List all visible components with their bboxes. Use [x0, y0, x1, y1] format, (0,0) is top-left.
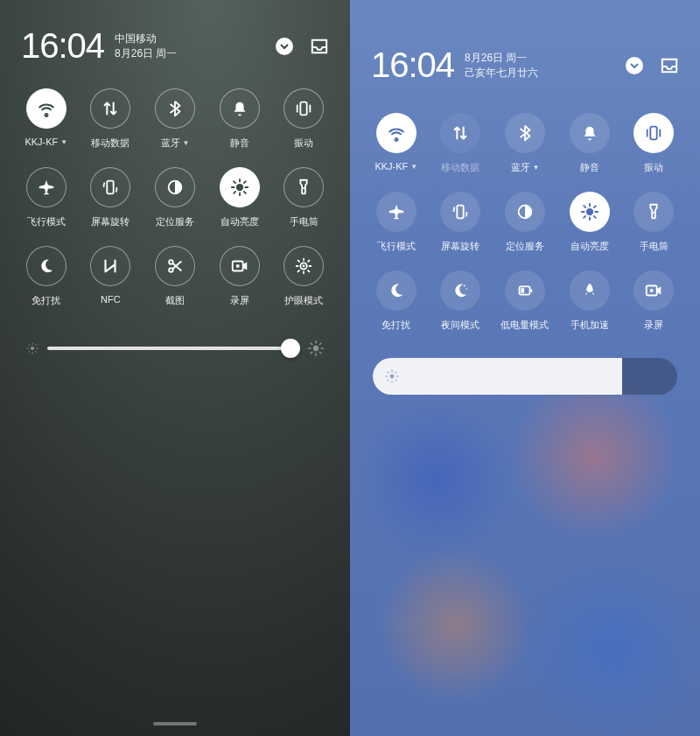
qs-toggle-record[interactable]: 录屏 [621, 270, 686, 332]
data-icon [440, 113, 480, 153]
moon-icon [376, 270, 416, 311]
qs-toggle-data[interactable]: 移动数据 [79, 88, 144, 150]
moon-icon [26, 246, 66, 286]
qs-toggle-flashlight[interactable]: 手电筒 [621, 192, 686, 253]
qs-toggle-data[interactable]: 移动数据 [429, 113, 494, 174]
qs-toggle-label: 定位服务 [506, 240, 544, 253]
qs-toggle-rotate[interactable]: 屏幕旋转 [429, 192, 494, 253]
qs-toggle-label: 静音 [230, 137, 249, 150]
qs-toggle-brightauto[interactable]: 自动亮度 [557, 192, 622, 253]
airplane-icon [26, 167, 66, 207]
qs-toggle-label: NFC [101, 294, 121, 305]
qs-toggle-wifi[interactable]: KKJ-KF▼ [364, 113, 429, 174]
header-actions [625, 56, 679, 75]
qs-toggle-moon[interactable]: 免打扰 [14, 246, 79, 307]
dropdown-caret-icon: ▼ [183, 139, 190, 147]
eyecare-icon [284, 246, 324, 286]
qs-toggle-label: 蓝牙▼ [511, 161, 540, 174]
qs-toggle-label: 低电量模式 [500, 319, 549, 332]
data-icon [90, 88, 130, 129]
date-label: 8月26日 周一 [115, 46, 275, 60]
qs-toggle-vibrate[interactable]: 振动 [271, 88, 336, 150]
date-block: 8月26日 周一 己亥年七月廿六 [465, 51, 625, 79]
airplane-icon [376, 192, 416, 232]
bluetooth-icon [155, 88, 195, 129]
status-bar: 16:04 8月26日 周一 己亥年七月廿六 [350, 0, 700, 95]
qs-toggle-label: 免打扰 [382, 319, 410, 332]
qs-toggle-label: 移动数据 [91, 137, 130, 150]
svg-line-8 [35, 344, 36, 345]
qs-toggle-eyecare[interactable]: 护眼模式 [271, 246, 336, 307]
inbox-button[interactable] [660, 56, 679, 75]
qs-toggle-bell[interactable]: 静音 [207, 88, 272, 150]
location-icon [155, 167, 195, 207]
qs-toggle-flashlight[interactable]: 手电筒 [271, 167, 336, 228]
brightness-slider[interactable] [373, 358, 677, 395]
svg-point-18 [390, 375, 395, 379]
quick-settings-grid: KKJ-KF▼移动数据蓝牙▼静音振动飞行模式屏幕旋转定位服务自动亮度手电筒免打扰… [350, 95, 700, 339]
qs-toggle-label: 夜间模式 [441, 319, 480, 332]
qs-toggle-battery[interactable]: 低电量模式 [493, 270, 557, 332]
expand-button[interactable] [625, 56, 644, 75]
qs-toggle-bell[interactable]: 静音 [557, 113, 622, 174]
qs-toggle-bluetooth[interactable]: 蓝牙▼ [493, 113, 557, 174]
nfc-icon [90, 246, 130, 286]
qs-toggle-moon[interactable]: 免打扰 [364, 270, 429, 332]
inbox-button[interactable] [310, 37, 329, 56]
qs-toggle-airplane[interactable]: 飞行模式 [364, 192, 429, 253]
qs-toggle-label: 振动 [644, 161, 663, 174]
carrier-label: 中国移动 [115, 32, 275, 46]
svg-line-16 [311, 352, 312, 354]
qs-toggle-location[interactable]: 定位服务 [493, 192, 557, 253]
inbox-icon [660, 57, 679, 74]
brightness-high-icon [308, 340, 324, 356]
rocket-icon [570, 270, 610, 311]
qs-toggle-airplane[interactable]: 飞行模式 [14, 167, 79, 228]
qs-toggle-label: 免打扰 [32, 294, 60, 307]
date-label: 8月26日 周一 [465, 51, 625, 65]
svg-line-14 [311, 343, 312, 345]
qs-toggle-label: 定位服务 [156, 215, 194, 228]
dropdown-caret-icon: ▼ [60, 138, 67, 146]
bluetooth-icon [505, 113, 545, 153]
home-indicator[interactable] [153, 722, 197, 725]
qs-toggle-label: 手电筒 [640, 240, 668, 253]
dropdown-caret-icon: ▼ [533, 164, 540, 172]
brightauto-icon [570, 192, 610, 232]
qs-toggle-bluetooth[interactable]: 蓝牙▼ [143, 88, 207, 150]
brightness-low-icon [385, 369, 399, 383]
qs-toggle-rotate[interactable]: 屏幕旋转 [79, 167, 144, 228]
svg-line-7 [28, 351, 29, 352]
qs-toggle-brightauto[interactable]: 自动亮度 [207, 167, 272, 228]
qs-toggle-vibrate[interactable]: 振动 [621, 113, 686, 174]
brightness-slider[interactable] [47, 347, 299, 350]
qs-toggle-record[interactable]: 录屏 [207, 246, 272, 307]
qs-toggle-label: 静音 [580, 161, 599, 174]
qs-toggle-label: 录屏 [644, 319, 663, 332]
bell-icon [570, 113, 610, 153]
chevron-down-icon [276, 38, 293, 55]
qs-toggle-night[interactable]: 夜间模式 [429, 270, 494, 332]
qs-toggle-nfc[interactable]: NFC [79, 246, 144, 307]
date-block: 中国移动 8月26日 周一 [115, 32, 275, 60]
qs-toggle-scissors[interactable]: 截图 [143, 246, 207, 307]
vibrate-icon [284, 88, 324, 129]
flashlight-icon [634, 192, 674, 232]
quick-settings-grid: KKJ-KF▼移动数据蓝牙▼静音振动飞行模式屏幕旋转定位服务自动亮度手电筒免打扰… [0, 76, 350, 314]
qs-toggle-label: 屏幕旋转 [441, 240, 480, 253]
qs-toggle-wifi[interactable]: KKJ-KF▼ [14, 88, 79, 150]
wifi-icon [376, 113, 416, 153]
status-bar: 16:04 中国移动 8月26日 周一 [0, 0, 350, 76]
svg-line-17 [319, 343, 321, 345]
qs-toggle-location[interactable]: 定位服务 [143, 167, 207, 228]
qs-toggle-rocket[interactable]: 手机加速 [557, 270, 622, 332]
scissors-icon [155, 246, 195, 286]
qs-toggle-label: 移动数据 [441, 161, 480, 174]
expand-button[interactable] [275, 37, 294, 56]
qs-toggle-label: 录屏 [230, 294, 249, 307]
qs-toggle-label: KKJ-KF▼ [374, 161, 417, 172]
vibrate-icon [634, 113, 674, 153]
qs-toggle-label: KKJ-KF▼ [24, 137, 67, 147]
qs-toggle-label: 飞行模式 [27, 215, 66, 228]
qs-toggle-label: 自动亮度 [220, 215, 259, 228]
